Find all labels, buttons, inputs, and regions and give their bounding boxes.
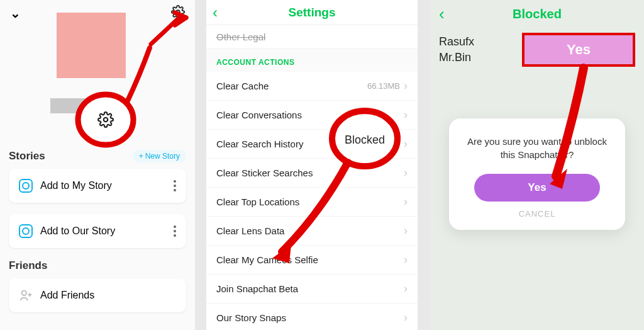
- add-friends-label: Add Friends: [40, 290, 94, 301]
- settings-row-label: Clear Search History: [216, 139, 303, 149]
- svg-point-8: [104, 118, 108, 122]
- blocked-user-row[interactable]: Rasufx: [439, 35, 474, 48]
- gear-icon[interactable]: [171, 5, 185, 21]
- settings-panel: ‹ Settings Other Legal ACCOUNT ACTIONS C…: [206, 0, 418, 330]
- add-friend-icon: [19, 288, 33, 302]
- account-actions-heading: ACCOUNT ACTIONS: [206, 49, 418, 72]
- blocked-title: Blocked: [513, 7, 562, 21]
- modal-message: Are you sure you want to unblock this Sn…: [462, 135, 613, 161]
- settings-row-label: Clear Lens Data: [216, 225, 284, 236]
- profile-panel: ⌄ Stories + New Story Add to My Story Ad…: [0, 0, 195, 330]
- settings-row[interactable]: Clear Sticker Searches›: [206, 159, 418, 188]
- settings-row[interactable]: Clear Lens Data›: [206, 217, 418, 246]
- settings-row[interactable]: Join Snapchat Beta›: [206, 275, 418, 304]
- svg-point-1: [22, 291, 26, 295]
- yes-callout-box: Yes: [522, 33, 635, 67]
- blocked-names-list: Rasufx Mr.Bin: [439, 35, 474, 67]
- stories-heading: Stories: [9, 150, 45, 162]
- blocked-user-row[interactable]: Mr.Bin: [439, 51, 474, 64]
- more-icon[interactable]: [174, 225, 176, 237]
- settings-row-label: Join Snapchat Beta: [216, 283, 298, 294]
- settings-title: Settings: [289, 6, 336, 20]
- chevron-right-icon: ›: [404, 79, 408, 93]
- more-icon[interactable]: [174, 180, 176, 191]
- chevron-right-icon: ›: [404, 108, 408, 122]
- settings-row-truncated[interactable]: Other Legal: [206, 25, 418, 49]
- settings-row[interactable]: Clear Top Locations›: [206, 188, 418, 217]
- settings-row[interactable]: Clear Search History›: [206, 130, 418, 159]
- settings-row[interactable]: Our Story Snaps›: [206, 304, 418, 330]
- back-icon[interactable]: ‹: [213, 4, 218, 21]
- chevron-right-icon: ›: [404, 253, 408, 266]
- back-icon[interactable]: ‹: [439, 4, 445, 24]
- settings-row-meta: 66.13MB: [367, 81, 400, 91]
- chevron-right-icon: ›: [404, 282, 408, 295]
- settings-row-label: Clear Cache: [216, 81, 269, 91]
- new-story-button[interactable]: + New Story: [133, 150, 186, 162]
- add-our-story-label: Add to Our Story: [40, 225, 115, 237]
- settings-row-label: Clear Conversations: [216, 110, 302, 120]
- add-my-story-label: Add to My Story: [40, 180, 112, 191]
- chevron-right-icon: ›: [404, 311, 408, 324]
- friends-heading: Friends: [9, 259, 186, 272]
- redacted-grey-block: [50, 98, 91, 113]
- svg-point-0: [176, 10, 180, 14]
- settings-row[interactable]: Clear Conversations›: [206, 101, 418, 130]
- settings-row-label: Clear Sticker Searches: [216, 168, 313, 178]
- settings-row[interactable]: Clear My Cameos Selfie›: [206, 246, 418, 275]
- new-story-label: New Story: [145, 152, 180, 161]
- chevron-right-icon: ›: [404, 224, 408, 237]
- plus-icon: +: [139, 152, 143, 161]
- settings-row-label: Clear My Cameos Selfie: [216, 254, 318, 265]
- cancel-button[interactable]: CANCEL: [462, 209, 613, 219]
- blocked-panel: ‹ Blocked Rasufx Mr.Bin Yes Are you sure…: [430, 0, 644, 330]
- redacted-profile-block: [57, 13, 126, 78]
- camera-icon: [19, 224, 33, 238]
- unblock-modal: Are you sure you want to unblock this Sn…: [449, 118, 625, 230]
- redacted-grey-block: [96, 98, 117, 113]
- add-our-story-row[interactable]: Add to Our Story: [9, 214, 186, 248]
- camera-icon: [19, 179, 33, 193]
- settings-row[interactable]: Clear Cache66.13MB›: [206, 72, 418, 101]
- chevron-right-icon: ›: [404, 195, 408, 208]
- settings-row-label: Clear Top Locations: [216, 196, 299, 207]
- add-my-story-row[interactable]: Add to My Story: [9, 169, 186, 203]
- chevron-right-icon: ›: [404, 137, 408, 151]
- settings-row-label: Our Story Snaps: [216, 312, 286, 323]
- dropdown-caret[interactable]: ⌄: [10, 6, 21, 21]
- chevron-right-icon: ›: [404, 166, 408, 179]
- yes-button[interactable]: Yes: [474, 174, 600, 202]
- add-friends-row[interactable]: Add Friends: [9, 278, 186, 312]
